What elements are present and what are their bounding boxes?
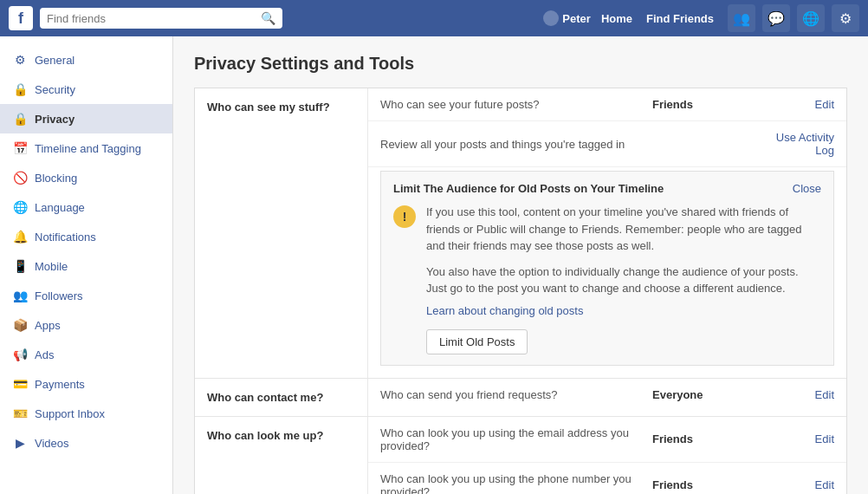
support-icon: 🎫 [12, 406, 28, 421]
find-friends-link[interactable]: Find Friends [646, 12, 714, 25]
top-navigation: f 🔍 Peter Home Find Friends 👥 💬 🌐 ⚙ [0, 0, 868, 36]
search-input[interactable] [47, 12, 256, 25]
row-activity-log: Review all your posts and things you're … [368, 121, 846, 167]
row-phone-lookup: Who can look you up using the phone numb… [368, 463, 846, 495]
email-lookup-value: Friends [652, 432, 765, 445]
followers-icon: 👥 [12, 288, 28, 303]
sidebar-item-privacy[interactable]: 🔒 Privacy [0, 104, 172, 133]
page-layout: ⚙ General 🔒 Security 🔒 Privacy 📅 Timelin… [0, 36, 868, 494]
sidebar-item-ads[interactable]: 📢 Ads [0, 340, 172, 369]
privacy-icon: 🔒 [12, 111, 28, 127]
activity-log-link[interactable]: Use Activity Log [776, 131, 834, 157]
main-content: Privacy Settings and Tools Who can see m… [173, 36, 868, 494]
videos-icon: ▶ [12, 435, 28, 451]
future-posts-value: Friends [652, 98, 765, 111]
sidebar-label-followers: Followers [35, 289, 83, 302]
apps-icon: 📦 [12, 317, 28, 333]
learn-link[interactable]: Learn about changing old posts [426, 304, 583, 317]
phone-lookup-action[interactable]: Edit [765, 478, 834, 491]
sidebar-item-videos[interactable]: ▶ Videos [0, 428, 172, 458]
phone-lookup-value: Friends [652, 478, 765, 491]
lock-icon: 🔒 [12, 81, 28, 97]
row-friend-requests: Who can send you friend requests? Everyo… [368, 379, 846, 411]
future-posts-action[interactable]: Edit [765, 98, 834, 111]
expand-panel-body: ! If you use this tool, content on your … [393, 204, 821, 255]
nav-icon-group: 👥 💬 🌐 ⚙ [728, 4, 859, 32]
sidebar-label-general: General [35, 54, 74, 67]
limit-btn-wrapper: Limit Old Posts [393, 322, 821, 354]
sidebar: ⚙ General 🔒 Security 🔒 Privacy 📅 Timelin… [0, 36, 173, 494]
blocking-icon: 🚫 [12, 170, 28, 185]
sidebar-label-notifications: Notifications [35, 231, 96, 244]
sidebar-item-security[interactable]: 🔒 Security [0, 75, 172, 104]
messages-icon[interactable]: 💬 [762, 4, 790, 32]
email-lookup-action[interactable]: Edit [765, 432, 834, 445]
sidebar-label-support-inbox: Support Inbox [35, 407, 105, 420]
sidebar-item-mobile[interactable]: 📱 Mobile [0, 251, 172, 281]
expand-panel-text2-wrapper: You also have the option to individually… [393, 263, 821, 297]
activity-log-desc: Review all your posts and things you're … [380, 138, 652, 151]
row-future-posts: Who can see your future posts? Friends E… [368, 88, 846, 121]
friend-requests-value: Everyone [652, 388, 765, 401]
language-icon: 🌐 [12, 199, 28, 215]
sidebar-item-notifications[interactable]: 🔔 Notifications [0, 222, 172, 251]
section-who-can-contact: Who can contact me? Who can send you fri… [195, 379, 846, 417]
section-content-who-can-look-up: Who can look you up using the email addr… [368, 417, 846, 495]
section-label-who-can-contact: Who can contact me? [195, 379, 368, 416]
friend-requests-edit-link[interactable]: Edit [815, 388, 834, 401]
page-title: Privacy Settings and Tools [194, 54, 847, 74]
activity-log-action[interactable]: Use Activity Log [765, 131, 834, 157]
sidebar-item-support-inbox[interactable]: 🎫 Support Inbox [0, 399, 172, 428]
sidebar-item-general[interactable]: ⚙ General [0, 45, 172, 75]
sidebar-item-blocking[interactable]: 🚫 Blocking [0, 163, 172, 192]
future-posts-edit-link[interactable]: Edit [815, 98, 834, 111]
section-label-who-can-look-up: Who can look me up? [195, 417, 368, 495]
friend-requests-action[interactable]: Edit [765, 388, 834, 401]
sidebar-item-payments[interactable]: 💳 Payments [0, 369, 172, 399]
nav-links: Home Find Friends [601, 12, 714, 25]
sidebar-label-security: Security [35, 83, 75, 96]
row-email-lookup: Who can look you up using the email addr… [368, 417, 846, 463]
settings-icon[interactable]: ⚙ [832, 4, 859, 32]
section-content-who-can-see: Who can see your future posts? Friends E… [368, 88, 846, 378]
phone-lookup-edit-link[interactable]: Edit [815, 478, 834, 491]
phone-lookup-desc: Who can look you up using the phone numb… [380, 472, 652, 495]
sidebar-item-apps[interactable]: 📦 Apps [0, 310, 172, 340]
limit-audience-panel: Limit The Audience for Old Posts on Your… [368, 171, 846, 378]
notifications-icon: 🔔 [12, 229, 28, 244]
home-link[interactable]: Home [601, 12, 632, 25]
friends-icon[interactable]: 👥 [728, 4, 755, 32]
sidebar-label-privacy: Privacy [35, 113, 74, 126]
sidebar-item-language[interactable]: 🌐 Language [0, 192, 172, 222]
search-bar[interactable]: 🔍 [40, 8, 282, 29]
email-lookup-desc: Who can look you up using the email addr… [380, 426, 652, 452]
user-avatar-badge [543, 10, 559, 26]
future-posts-desc: Who can see your future posts? [380, 98, 652, 111]
learn-link-wrapper: Learn about changing old posts [393, 304, 821, 317]
globe-icon[interactable]: 🌐 [797, 4, 825, 32]
section-label-who-can-see: Who can see my stuff? [195, 88, 368, 378]
sidebar-item-timeline[interactable]: 📅 Timeline and Tagging [0, 133, 172, 163]
expand-panel-title: Limit The Audience for Old Posts on Your… [393, 182, 664, 195]
section-content-who-can-contact: Who can send you friend requests? Everyo… [368, 379, 846, 416]
sidebar-label-apps: Apps [35, 319, 61, 332]
email-lookup-edit-link[interactable]: Edit [815, 432, 834, 445]
sidebar-label-mobile: Mobile [35, 260, 68, 273]
friend-requests-desc: Who can send you friend requests? [380, 388, 652, 401]
mobile-icon: 📱 [12, 258, 28, 274]
sidebar-label-videos: Videos [35, 437, 69, 450]
nav-username: Peter [543, 10, 591, 26]
sidebar-label-blocking: Blocking [35, 172, 77, 185]
sidebar-item-followers[interactable]: 👥 Followers [0, 281, 172, 310]
search-icon: 🔍 [261, 11, 275, 25]
expand-panel-limit: Limit The Audience for Old Posts on Your… [380, 171, 834, 366]
gear-icon: ⚙ [12, 52, 28, 68]
timeline-icon: 📅 [12, 140, 28, 156]
sidebar-label-timeline: Timeline and Tagging [35, 142, 141, 155]
expand-panel-text2: You also have the option to individually… [426, 263, 821, 297]
sidebar-label-ads: Ads [35, 348, 54, 361]
sidebar-label-language: Language [35, 201, 85, 214]
expand-panel-text1: If you use this tool, content on your ti… [426, 204, 821, 255]
limit-old-posts-button[interactable]: Limit Old Posts [426, 329, 528, 354]
close-panel-link[interactable]: Close [793, 182, 821, 195]
